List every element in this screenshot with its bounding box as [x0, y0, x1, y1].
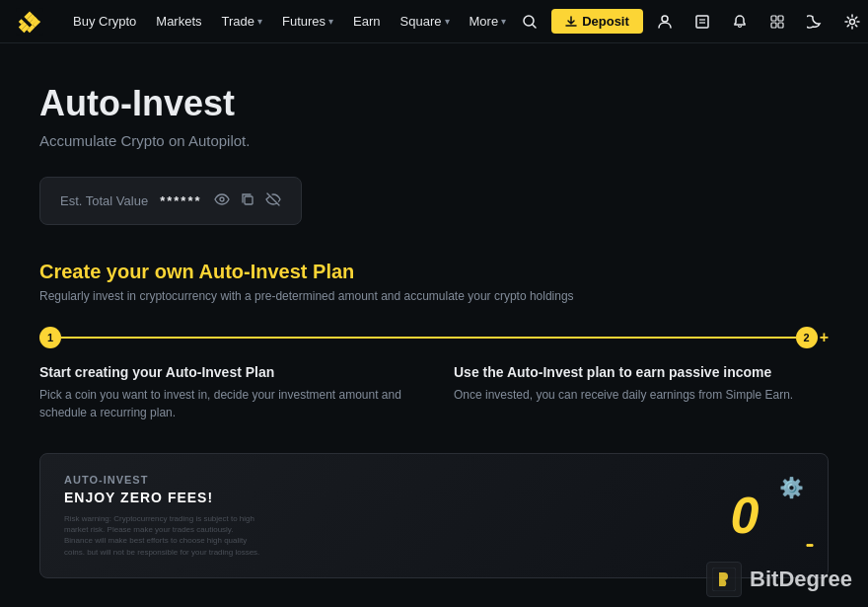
step-1-title: Start creating your Auto-Invest Plan — [39, 364, 414, 380]
settings-button[interactable] — [836, 6, 868, 38]
banner-text: AUTO-INVEST ENJOY ZERO FEES! Risk warnin… — [64, 474, 686, 558]
step-plus-icon: + — [820, 329, 829, 346]
logo[interactable] — [16, 8, 49, 36]
est-value-box: Est. Total Value ****** — [39, 177, 302, 225]
deposit-icon — [565, 16, 577, 28]
eye-toggle-icon[interactable] — [214, 191, 230, 210]
orders-button[interactable] — [687, 6, 718, 38]
nav-earn[interactable]: Earn — [345, 0, 388, 43]
square-chevron-icon: ▾ — [445, 16, 450, 27]
profile-button[interactable] — [649, 6, 681, 38]
notifications-button[interactable] — [724, 6, 756, 38]
create-description: Regularly invest in cryptocurrency with … — [39, 289, 829, 303]
steps-progress-bar: 1 2 + — [39, 327, 829, 348]
step-1-circle: 1 — [39, 327, 61, 348]
banner-title: AUTO-INVEST — [64, 474, 686, 486]
main-content: Auto-Invest Accumulate Crypto on Autopil… — [0, 43, 868, 598]
banner-zero-visual: ⚙️ 0 •••• — [686, 476, 804, 555]
step-1-text: Pick a coin you want to invest in, decid… — [39, 386, 414, 421]
est-value-label: Est. Total Value — [60, 193, 148, 208]
step-2-content: Use the Auto-Invest plan to earn passive… — [454, 364, 829, 421]
moon-icon — [807, 14, 823, 30]
grid-icon — [769, 14, 785, 30]
create-section: Create your own Auto-Invest Plan Regular… — [39, 261, 829, 421]
create-title: Create your own Auto-Invest Plan — [39, 261, 829, 283]
nav-trade[interactable]: Trade ▾ — [214, 0, 270, 43]
more-chevron-icon: ▾ — [501, 16, 506, 27]
search-button[interactable] — [514, 6, 545, 38]
svg-point-12 — [220, 197, 224, 201]
step-2-circle: 2 — [796, 327, 818, 348]
search-icon — [522, 14, 538, 30]
deposit-button[interactable]: Deposit — [551, 9, 643, 34]
banner-zero-text: 0 — [731, 490, 760, 541]
svg-rect-13 — [245, 196, 253, 204]
steps-content: Start creating your Auto-Invest Plan Pic… — [39, 364, 829, 421]
nav-futures[interactable]: Futures ▾ — [274, 0, 341, 43]
bell-icon — [732, 14, 748, 30]
theme-toggle-button[interactable] — [799, 6, 831, 38]
svg-point-11 — [849, 19, 854, 24]
est-value-masked: ****** — [160, 193, 201, 208]
gear-icon — [844, 14, 860, 30]
svg-point-3 — [662, 16, 668, 22]
page-subtitle: Accumulate Crypto on Autopilot. — [39, 132, 829, 149]
svg-rect-8 — [778, 16, 783, 21]
svg-rect-4 — [696, 16, 708, 28]
step-connector-line — [61, 337, 796, 339]
page-title: Auto-Invest — [39, 83, 829, 124]
nav-markets[interactable]: Markets — [148, 0, 209, 43]
nav-square[interactable]: Square ▾ — [393, 0, 458, 43]
banner-gear-icon: ⚙️ — [779, 476, 804, 499]
svg-rect-7 — [771, 16, 776, 21]
step-2-title: Use the Auto-Invest plan to earn passive… — [454, 364, 829, 380]
futures-chevron-icon: ▾ — [328, 16, 333, 27]
user-icon — [657, 14, 673, 30]
bitdegree-logo-icon — [706, 562, 742, 597]
navbar: Buy Crypto Markets Trade ▾ Futures ▾ Ear… — [0, 0, 868, 43]
copy-value-icon[interactable] — [240, 191, 255, 210]
step-1-content: Start creating your Auto-Invest Plan Pic… — [39, 364, 414, 421]
bitdegree-watermark: BitDegree — [706, 562, 852, 597]
promo-banner: AUTO-INVEST ENJOY ZERO FEES! Risk warnin… — [39, 453, 829, 578]
orders-icon — [694, 14, 710, 30]
trade-chevron-icon: ▾ — [257, 16, 262, 27]
app-grid-button[interactable] — [761, 6, 793, 38]
nav-buy-crypto[interactable]: Buy Crypto — [65, 0, 144, 43]
step-2-text: Once invested, you can receive daily ear… — [454, 386, 829, 404]
est-value-actions — [214, 191, 281, 210]
hide-values-icon[interactable] — [265, 191, 281, 210]
navbar-actions: Deposit — [514, 6, 868, 38]
banner-dots-decoration: •••• — [806, 540, 812, 551]
binance-logo-icon — [16, 8, 43, 36]
nav-more[interactable]: More ▾ — [462, 0, 515, 43]
svg-rect-10 — [778, 23, 783, 28]
banner-subtitle: ENJOY ZERO FEES! — [64, 490, 686, 505]
svg-line-2 — [533, 25, 536, 28]
nav-menu: Buy Crypto Markets Trade ▾ Futures ▾ Ear… — [65, 0, 514, 43]
bitdegree-label: BitDegree — [750, 567, 852, 592]
svg-rect-9 — [771, 23, 776, 28]
banner-fine-print: Risk warning: Cryptocurrency trading is … — [64, 513, 261, 558]
